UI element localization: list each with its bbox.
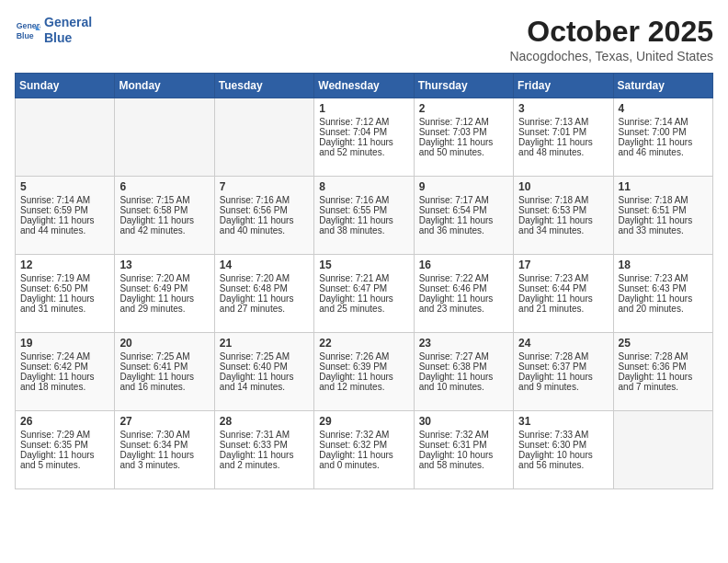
calendar-header-wednesday: Wednesday xyxy=(314,74,414,98)
calendar-cell: 21Sunrise: 7:25 AMSunset: 6:40 PMDayligh… xyxy=(214,333,313,411)
sunrise-text: Sunrise: 7:33 AM xyxy=(518,430,608,440)
day-number: 14 xyxy=(220,259,309,271)
calendar-cell: 22Sunrise: 7:26 AMSunset: 6:39 PMDayligh… xyxy=(314,333,414,411)
page-header: General Blue General Blue October 2025 N… xyxy=(15,15,713,63)
calendar-cell: 8Sunrise: 7:16 AMSunset: 6:55 PMDaylight… xyxy=(314,177,414,255)
day-number: 25 xyxy=(619,337,708,350)
calendar-cell: 18Sunrise: 7:23 AMSunset: 6:43 PMDayligh… xyxy=(613,255,712,333)
calendar-cell: 4Sunrise: 7:14 AMSunset: 7:00 PMDaylight… xyxy=(613,98,712,177)
calendar-header-sunday: Sunday xyxy=(16,74,115,98)
calendar-header-saturday: Saturday xyxy=(613,74,712,98)
sunset-text: Sunset: 6:50 PM xyxy=(20,283,109,293)
day-number: 5 xyxy=(20,180,109,193)
daylight-text: Daylight: 11 hours and 33 minutes. xyxy=(619,215,708,236)
title-block: October 2025 Nacogdoches, Texas, United … xyxy=(509,15,713,63)
sunset-text: Sunset: 6:38 PM xyxy=(419,362,508,372)
sunrise-text: Sunrise: 7:25 AM xyxy=(119,351,209,362)
sunset-text: Sunset: 6:44 PM xyxy=(518,283,608,293)
month-title: October 2025 xyxy=(509,15,713,49)
sunrise-text: Sunrise: 7:21 AM xyxy=(319,273,408,283)
daylight-text: Daylight: 11 hours and 36 minutes. xyxy=(419,215,508,236)
day-number: 3 xyxy=(518,102,608,115)
sunrise-text: Sunrise: 7:16 AM xyxy=(220,195,309,205)
calendar-cell: 29Sunrise: 7:32 AMSunset: 6:32 PMDayligh… xyxy=(314,411,414,489)
sunrise-text: Sunrise: 7:15 AM xyxy=(119,195,209,205)
daylight-text: Daylight: 11 hours and 44 minutes. xyxy=(20,215,109,236)
day-number: 11 xyxy=(619,180,708,193)
calendar-cell xyxy=(115,98,214,177)
sunrise-text: Sunrise: 7:24 AM xyxy=(20,351,109,362)
calendar-cell: 24Sunrise: 7:28 AMSunset: 6:37 PMDayligh… xyxy=(514,333,613,411)
daylight-text: Daylight: 11 hours and 0 minutes. xyxy=(319,450,408,470)
day-number: 9 xyxy=(419,180,508,193)
sunrise-text: Sunrise: 7:12 AM xyxy=(419,117,508,127)
sunset-text: Sunset: 6:56 PM xyxy=(220,205,309,215)
sunset-text: Sunset: 6:36 PM xyxy=(619,362,708,372)
day-number: 20 xyxy=(119,337,209,350)
daylight-text: Daylight: 11 hours and 21 minutes. xyxy=(518,293,608,314)
sunset-text: Sunset: 6:54 PM xyxy=(419,205,508,215)
location-text: Nacogdoches, Texas, United States xyxy=(509,49,713,63)
sunset-text: Sunset: 6:47 PM xyxy=(319,283,408,293)
daylight-text: Daylight: 11 hours and 18 minutes. xyxy=(20,372,109,392)
day-number: 23 xyxy=(419,337,508,350)
sunrise-text: Sunrise: 7:25 AM xyxy=(220,351,309,362)
day-number: 10 xyxy=(518,180,608,193)
logo-icon: General Blue xyxy=(15,17,40,43)
daylight-text: Daylight: 11 hours and 10 minutes. xyxy=(419,372,508,392)
sunset-text: Sunset: 6:43 PM xyxy=(619,283,708,293)
daylight-text: Daylight: 11 hours and 46 minutes. xyxy=(619,137,708,157)
daylight-text: Daylight: 11 hours and 25 minutes. xyxy=(319,293,408,314)
calendar-week-5: 26Sunrise: 7:29 AMSunset: 6:35 PMDayligh… xyxy=(16,411,713,489)
calendar-cell: 14Sunrise: 7:20 AMSunset: 6:48 PMDayligh… xyxy=(214,255,313,333)
daylight-text: Daylight: 11 hours and 52 minutes. xyxy=(319,137,408,157)
daylight-text: Daylight: 11 hours and 3 minutes. xyxy=(119,450,209,470)
day-number: 8 xyxy=(319,180,408,193)
calendar-cell: 13Sunrise: 7:20 AMSunset: 6:49 PMDayligh… xyxy=(115,255,214,333)
day-number: 4 xyxy=(619,102,708,115)
sunset-text: Sunset: 6:33 PM xyxy=(220,440,309,450)
daylight-text: Daylight: 11 hours and 12 minutes. xyxy=(319,372,408,392)
sunrise-text: Sunrise: 7:22 AM xyxy=(419,273,508,283)
sunset-text: Sunset: 6:32 PM xyxy=(319,440,408,450)
daylight-text: Daylight: 11 hours and 5 minutes. xyxy=(20,450,109,470)
sunrise-text: Sunrise: 7:30 AM xyxy=(119,430,209,440)
sunrise-text: Sunrise: 7:19 AM xyxy=(20,273,109,283)
daylight-text: Daylight: 11 hours and 20 minutes. xyxy=(619,293,708,314)
day-number: 21 xyxy=(220,337,309,350)
calendar-cell: 27Sunrise: 7:30 AMSunset: 6:34 PMDayligh… xyxy=(115,411,214,489)
sunrise-text: Sunrise: 7:32 AM xyxy=(419,430,508,440)
calendar-cell: 6Sunrise: 7:15 AMSunset: 6:58 PMDaylight… xyxy=(115,177,214,255)
sunrise-text: Sunrise: 7:17 AM xyxy=(419,195,508,205)
calendar-header-row: SundayMondayTuesdayWednesdayThursdayFrid… xyxy=(16,74,713,98)
day-number: 22 xyxy=(319,337,408,350)
daylight-text: Daylight: 11 hours and 16 minutes. xyxy=(119,372,209,392)
sunrise-text: Sunrise: 7:29 AM xyxy=(20,430,109,440)
day-number: 13 xyxy=(119,259,209,271)
calendar-header-thursday: Thursday xyxy=(414,74,513,98)
day-number: 28 xyxy=(220,415,309,428)
day-number: 18 xyxy=(619,259,708,271)
day-number: 7 xyxy=(220,180,309,193)
sunset-text: Sunset: 6:58 PM xyxy=(119,205,209,215)
day-number: 2 xyxy=(419,102,508,115)
sunrise-text: Sunrise: 7:20 AM xyxy=(220,273,309,283)
calendar-cell: 5Sunrise: 7:14 AMSunset: 6:59 PMDaylight… xyxy=(16,177,115,255)
calendar-cell xyxy=(16,98,115,177)
sunset-text: Sunset: 6:59 PM xyxy=(20,205,109,215)
sunrise-text: Sunrise: 7:18 AM xyxy=(518,195,608,205)
daylight-text: Daylight: 11 hours and 34 minutes. xyxy=(518,215,608,236)
day-number: 1 xyxy=(319,102,408,115)
daylight-text: Daylight: 11 hours and 23 minutes. xyxy=(419,293,508,314)
calendar-cell: 19Sunrise: 7:24 AMSunset: 6:42 PMDayligh… xyxy=(16,333,115,411)
daylight-text: Daylight: 11 hours and 27 minutes. xyxy=(220,293,309,314)
sunset-text: Sunset: 6:49 PM xyxy=(119,283,209,293)
calendar-cell: 30Sunrise: 7:32 AMSunset: 6:31 PMDayligh… xyxy=(414,411,513,489)
day-number: 30 xyxy=(419,415,508,428)
day-number: 29 xyxy=(319,415,408,428)
sunset-text: Sunset: 6:53 PM xyxy=(518,205,608,215)
daylight-text: Daylight: 10 hours and 56 minutes. xyxy=(518,450,608,470)
calendar-header-friday: Friday xyxy=(514,74,613,98)
calendar-cell: 9Sunrise: 7:17 AMSunset: 6:54 PMDaylight… xyxy=(414,177,513,255)
sunset-text: Sunset: 6:39 PM xyxy=(319,362,408,372)
